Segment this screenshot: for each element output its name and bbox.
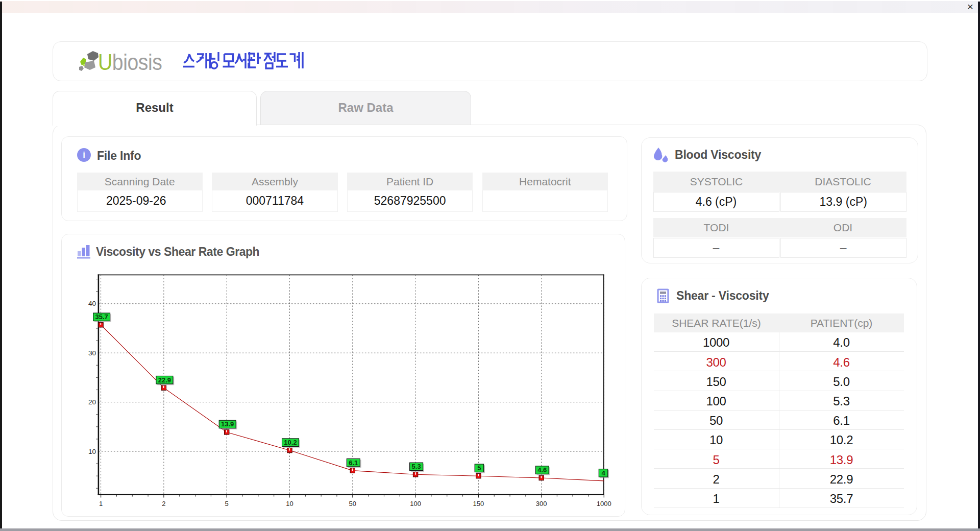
svg-text:40: 40	[88, 300, 96, 307]
svg-text:1: 1	[99, 500, 103, 508]
svg-text:35.7: 35.7	[95, 313, 108, 321]
svg-text:50: 50	[349, 500, 356, 508]
svg-text:300: 300	[536, 500, 547, 508]
svg-text:150: 150	[473, 500, 484, 508]
svg-text:5.3: 5.3	[412, 463, 421, 470]
svg-text:5: 5	[225, 500, 229, 508]
svg-text:10.2: 10.2	[284, 439, 297, 446]
svg-text:6.1: 6.1	[349, 459, 358, 467]
svg-text:10: 10	[286, 500, 293, 508]
svg-text:4: 4	[601, 469, 605, 477]
svg-text:30: 30	[88, 349, 96, 357]
svg-text:22.9: 22.9	[158, 376, 171, 384]
svg-text:5: 5	[477, 464, 481, 472]
svg-text:2: 2	[162, 500, 165, 508]
svg-text:4.6: 4.6	[537, 466, 547, 474]
svg-text:20: 20	[88, 398, 96, 406]
svg-text:1000: 1000	[597, 500, 611, 508]
svg-text:13.9: 13.9	[221, 420, 234, 428]
svg-text:10: 10	[88, 448, 96, 455]
svg-text:100: 100	[410, 500, 421, 508]
